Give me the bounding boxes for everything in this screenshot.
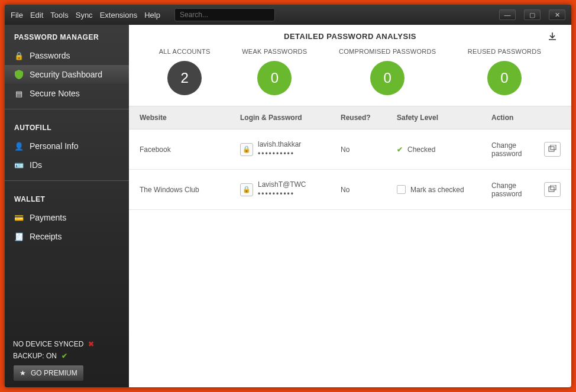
receipt-icon: 🧾	[14, 232, 24, 241]
analysis-title: DETAILED PASSWORD ANALYSIS	[143, 32, 557, 41]
backup-status-label: BACKUP: ON	[13, 352, 57, 360]
sidebar-section-autofill: AUTOFILL	[5, 115, 129, 137]
svg-rect-2	[549, 187, 554, 192]
stat-weak-passwords[interactable]: WEAK PASSWORDS 0	[242, 48, 307, 95]
sidebar-item-secure-notes[interactable]: ▤ Secure Notes	[5, 84, 129, 103]
download-icon[interactable]	[548, 32, 557, 44]
stat-compromised-passwords[interactable]: COMPROMISED PASSWORDS 0	[339, 48, 436, 95]
sidebar: PASSWORD MANAGER 🔒 Passwords Security Da…	[5, 25, 129, 387]
cell-safety: Mark as checked	[410, 186, 464, 194]
menu-tools[interactable]: Tools	[50, 11, 68, 20]
menubar: File Edit Tools Sync Extensions Help — ▢…	[5, 5, 571, 25]
close-button[interactable]: ✕	[549, 9, 565, 20]
menu-help[interactable]: Help	[144, 11, 160, 20]
cell-login: lavish.thakkar	[258, 140, 301, 150]
reveal-password-button[interactable]: 🔒	[240, 183, 253, 196]
stat-value: 0	[487, 61, 522, 95]
go-premium-button[interactable]: ★ GO PREMIUM	[13, 365, 84, 381]
sync-status-label: NO DEVICE SYNCED	[13, 340, 83, 348]
menu-sync[interactable]: Sync	[76, 11, 93, 20]
stat-label: ALL ACCOUNTS	[159, 48, 211, 55]
stat-label: COMPROMISED PASSWORDS	[339, 48, 436, 55]
cell-password-mask: ••••••••••	[258, 190, 306, 199]
stat-reused-passwords[interactable]: REUSED PASSWORDS 0	[468, 48, 541, 95]
app-window: File Edit Tools Sync Extensions Help — ▢…	[5, 5, 571, 387]
cell-safety: Checked	[407, 145, 435, 154]
sidebar-item-label: Security Dashboard	[30, 70, 102, 79]
menu-file[interactable]: File	[11, 11, 23, 20]
minimize-button[interactable]: —	[499, 9, 516, 20]
change-password-link[interactable]: Change password	[491, 141, 537, 158]
sidebar-item-payments[interactable]: 💳 Payments	[5, 208, 129, 227]
cell-website: The Windows Club	[140, 186, 240, 194]
col-reused: Reused?	[341, 114, 397, 122]
sidebar-item-label: Passwords	[30, 51, 70, 60]
col-login: Login & Password	[240, 114, 341, 122]
maximize-button[interactable]: ▢	[524, 9, 541, 20]
sidebar-section-wallet: WALLET	[5, 187, 129, 208]
svg-rect-1	[551, 145, 556, 150]
main-content: DETAILED PASSWORD ANALYSIS ALL ACCOUNTS …	[129, 25, 571, 387]
shield-icon	[14, 70, 24, 79]
search-input[interactable]	[174, 8, 275, 21]
col-website: Website	[140, 114, 240, 122]
cell-reused: No	[341, 145, 397, 154]
sidebar-section-password-manager: PASSWORD MANAGER	[5, 25, 129, 46]
reveal-password-button[interactable]: 🔒	[240, 143, 253, 156]
cell-reused: No	[341, 186, 397, 194]
cell-login: LavishT@TWC	[258, 180, 306, 190]
sidebar-item-label: Payments	[30, 213, 66, 222]
stat-label: REUSED PASSWORDS	[468, 48, 541, 55]
sidebar-status-panel: NO DEVICE SYNCED ✖ BACKUP: ON ✔ ★ GO PRE…	[5, 334, 129, 387]
sidebar-item-label: Personal Info	[30, 141, 79, 151]
mark-checked-checkbox[interactable]	[397, 185, 406, 194]
id-icon: 🪪	[14, 160, 24, 170]
sidebar-item-label: IDs	[30, 160, 42, 170]
cell-password-mask: ••••••••••	[258, 150, 301, 159]
premium-label: GO PREMIUM	[31, 369, 77, 377]
table-header: Website Login & Password Reused? Safety …	[129, 106, 571, 129]
menu-extensions[interactable]: Extensions	[100, 11, 138, 20]
col-safety: Safety Level	[397, 114, 491, 122]
col-action: Action	[491, 114, 561, 122]
note-icon: ▤	[14, 89, 24, 98]
person-icon: 👤	[14, 141, 24, 151]
sidebar-item-passwords[interactable]: 🔒 Passwords	[5, 46, 129, 65]
stat-value: 0	[257, 61, 292, 95]
checked-icon: ✔	[397, 145, 403, 154]
sidebar-item-personal-info[interactable]: 👤 Personal Info	[5, 137, 129, 155]
analysis-header: DETAILED PASSWORD ANALYSIS ALL ACCOUNTS …	[129, 25, 571, 106]
lock-icon: 🔒	[14, 51, 24, 60]
stat-value: 2	[167, 61, 202, 95]
table-row: Facebook 🔒 lavish.thakkar •••••••••• No …	[129, 129, 571, 170]
menu-edit[interactable]: Edit	[30, 11, 43, 20]
change-password-link[interactable]: Change password	[491, 182, 537, 198]
window-controls: — ▢ ✕	[499, 9, 565, 20]
open-external-icon[interactable]	[544, 182, 561, 197]
sync-x-icon: ✖	[88, 340, 94, 348]
stat-label: WEAK PASSWORDS	[242, 48, 307, 55]
table-row: The Windows Club 🔒 LavishT@TWC •••••••••…	[129, 170, 571, 210]
open-external-icon[interactable]	[544, 142, 561, 157]
svg-rect-3	[551, 185, 556, 190]
sidebar-item-security-dashboard[interactable]: Security Dashboard	[5, 65, 129, 84]
sidebar-item-receipts[interactable]: 🧾 Receipts	[5, 227, 129, 246]
sidebar-item-ids[interactable]: 🪪 IDs	[5, 155, 129, 174]
card-icon: 💳	[14, 213, 24, 222]
stat-all-accounts[interactable]: ALL ACCOUNTS 2	[159, 48, 211, 95]
sidebar-item-label: Secure Notes	[30, 89, 80, 98]
sidebar-item-label: Receipts	[30, 232, 62, 241]
star-icon: ★	[20, 369, 26, 377]
svg-rect-0	[549, 147, 554, 151]
stat-value: 0	[370, 61, 405, 95]
cell-website: Facebook	[140, 145, 240, 154]
backup-check-icon: ✔	[62, 352, 67, 360]
